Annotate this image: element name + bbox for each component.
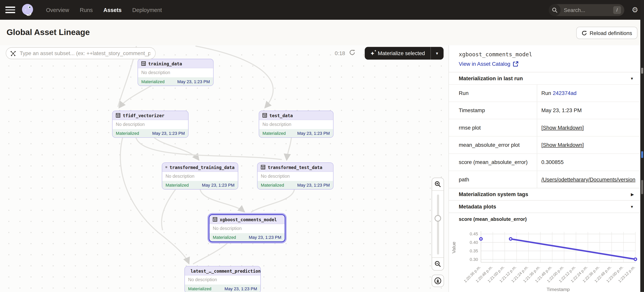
search-input[interactable] <box>563 7 606 13</box>
search-shortcut-badge: / <box>613 6 621 14</box>
asset-description: No description <box>258 172 333 181</box>
svg-text:0.45: 0.45 <box>470 231 478 236</box>
gear-icon[interactable]: ⚙ <box>632 6 638 14</box>
refresh-timer: 0:18 <box>335 50 345 56</box>
page-header: Global Asset Lineage Reload definitions <box>0 20 644 46</box>
section-metadata-plots[interactable]: Metadata plots ▼ <box>449 200 640 213</box>
zoom-slider-track[interactable] <box>437 194 439 254</box>
row-label: Timestamp <box>449 102 537 119</box>
nav-links: Overview Runs Assets Deployment <box>46 7 162 13</box>
metadata-row-score: score (mean_absolute_error) 0.300855 <box>449 153 640 171</box>
metric-chart-title: score (mean_absolute_error) <box>449 212 640 223</box>
row-label: mean_absolute_error plot <box>449 137 537 153</box>
asset-subset-filter[interactable] <box>6 47 156 59</box>
external-link-icon <box>513 61 518 67</box>
lineage-canvas[interactable]: training_data No description Materialize… <box>0 45 448 292</box>
asset-status: Materialized <box>213 235 236 240</box>
nav-item-deployment[interactable]: Deployment <box>132 7 162 13</box>
chevron-down-icon: ▼ <box>630 76 634 80</box>
metadata-row-run: Run Run242374ad <box>449 84 640 102</box>
asset-name: tfidf_vectorizer <box>123 113 164 118</box>
table-icon <box>116 113 120 118</box>
nav-item-overview[interactable]: Overview <box>46 7 69 13</box>
zoom-control <box>432 178 444 271</box>
asset-timestamp[interactable]: May 23, 1:23 PM <box>224 286 257 291</box>
refresh-icon[interactable] <box>349 49 355 57</box>
row-label: path <box>449 171 537 188</box>
asset-node-latest-comment-predictions[interactable]: latest_…_comment_predictions No descript… <box>184 266 261 292</box>
nav-item-runs[interactable]: Runs <box>80 7 93 13</box>
dagster-logo[interactable] <box>20 3 34 17</box>
zoom-out-icon <box>434 261 441 267</box>
row-label: rmse plot <box>449 119 537 136</box>
asset-timestamp[interactable]: May 23, 1:23 PM <box>152 131 185 136</box>
table-icon <box>141 61 146 66</box>
table-icon <box>166 165 167 169</box>
section-materialization-last-run[interactable]: Materialization in last run ▼ <box>449 72 640 84</box>
asset-subset-input[interactable] <box>19 50 151 57</box>
svg-text:0.30: 0.30 <box>470 257 478 262</box>
asset-timestamp[interactable]: May 23, 1:23 PM <box>202 183 234 188</box>
path-link[interactable]: /Users/odetteharary/Documents/version <box>541 176 635 183</box>
asset-description: No description <box>185 275 260 285</box>
asset-timestamp[interactable]: May 23, 1:23 PM <box>297 183 330 188</box>
top-nav: Overview Runs Assets Deployment / ⚙ <box>0 0 644 20</box>
zoom-in-icon <box>434 181 441 188</box>
panel-asset-name: xgboost_comments_model <box>449 45 640 58</box>
zoom-in-button[interactable] <box>432 178 444 191</box>
show-markdown-link[interactable]: [Show Markdown] <box>541 125 584 131</box>
asset-status: Materialized <box>116 131 139 136</box>
global-search[interactable]: / <box>548 4 624 16</box>
svg-text:Timestamp: Timestamp <box>547 287 570 292</box>
asset-name: transformed_test_data <box>268 165 322 170</box>
asset-node-xgboost-comments-model[interactable]: xgboost_comments_model No description Ma… <box>208 214 286 242</box>
asset-node-training-data[interactable]: training_data No description Materialize… <box>138 59 214 86</box>
asset-timestamp[interactable]: May 23, 1:23 PM <box>177 79 210 84</box>
hamburger-menu-icon[interactable] <box>6 7 15 13</box>
asset-name: test_data <box>270 113 293 118</box>
download-image-button[interactable] <box>432 274 444 287</box>
row-label: Run <box>449 85 537 102</box>
asset-timestamp[interactable]: May 23, 1:23 PM <box>297 131 330 136</box>
asset-description: No description <box>162 172 238 181</box>
view-in-asset-catalog-link[interactable]: View in Asset Catalog <box>449 58 640 72</box>
asset-name: transformed_training_data <box>170 165 234 170</box>
asset-node-test-data[interactable]: test_data No description MaterializedMay… <box>259 111 334 138</box>
table-icon <box>262 113 267 118</box>
table-icon <box>213 217 217 222</box>
materialize-dropdown-caret[interactable]: ▼ <box>431 51 444 55</box>
asset-name: training_data <box>148 61 182 66</box>
asset-timestamp[interactable]: May 23, 1:23 PM <box>249 235 282 240</box>
run-id-link[interactable]: 242374ad <box>553 90 576 96</box>
svg-text:0.35: 0.35 <box>470 248 478 253</box>
nav-item-assets[interactable]: Assets <box>103 7 122 13</box>
asset-name: latest_…_comment_predictions <box>191 268 261 273</box>
metadata-row-timestamp: Timestamp May 23, 1:23 PM <box>449 102 640 119</box>
asset-node-transformed-training-data[interactable]: transformed_training_data No description… <box>162 162 238 189</box>
asset-description: No description <box>112 120 188 129</box>
zoom-slider-knob[interactable] <box>434 215 441 222</box>
row-label: score (mean_absolute_error) <box>449 154 537 171</box>
asset-status: Materialized <box>261 183 284 188</box>
materialize-selected-button[interactable]: ✦ Materialize selected ▼ <box>365 47 443 60</box>
reload-definitions-button[interactable]: Reload definitions <box>576 27 638 39</box>
window-edge-strip <box>640 0 644 292</box>
asset-node-transformed-test-data[interactable]: transformed_test_data No description Mat… <box>257 162 334 189</box>
asset-node-tfidf-vectorizer[interactable]: tfidf_vectorizer No description Material… <box>112 111 188 138</box>
metric-chart[interactable]: 0.300.350.400.451:20:36 p.m.1:20:48 p.m.… <box>449 223 640 292</box>
asset-details-panel: xgboost_comments_model View in Asset Cat… <box>448 45 640 292</box>
chevron-down-icon: ▼ <box>630 205 634 209</box>
refresh-icon <box>582 30 587 36</box>
show-markdown-link[interactable]: [Show Markdown] <box>541 142 584 148</box>
asset-description: No description <box>138 68 213 77</box>
section-materialization-system-tags[interactable]: Materialization system tags ▶ <box>449 188 640 200</box>
asset-name: xgboost_comments_model <box>220 217 277 222</box>
sparkle-icon: ✦ <box>370 50 375 56</box>
table-icon <box>261 165 265 169</box>
svg-text:0.40: 0.40 <box>470 240 478 245</box>
row-value: 0.300855 <box>537 154 640 171</box>
asset-description: No description <box>210 224 284 233</box>
chevron-right-icon: ▶ <box>631 192 634 196</box>
svg-text:Value: Value <box>451 242 456 253</box>
zoom-out-button[interactable] <box>432 257 444 270</box>
